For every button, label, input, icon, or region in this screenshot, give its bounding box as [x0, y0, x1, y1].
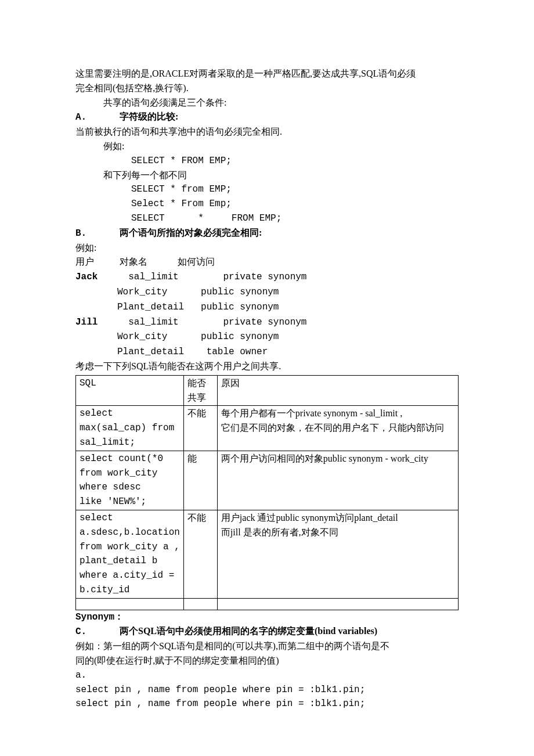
line: max(sal_cap) from	[80, 421, 180, 435]
cell-reason: 两个用户访问相同的对象public synonym - work_city	[217, 451, 458, 510]
text: Plant_detail public synonym	[117, 302, 279, 312]
line: where a.city_id =	[80, 568, 180, 583]
line: select	[80, 406, 180, 421]
text: 当前被执行的语句和共享池中的语句必须完全相同.	[75, 125, 459, 139]
cell	[217, 598, 458, 610]
text: 同的(即使在运行时,赋于不同的绑定变量相同的值)	[75, 654, 459, 668]
line: plant_detail b	[80, 554, 180, 568]
object-table-header: 用户 对象名 如何访问	[75, 255, 459, 269]
cell-sql: select a.sdesc,b.location from work_city…	[76, 510, 184, 598]
line: b.city_id	[80, 583, 180, 597]
code: select pin , name from people where pin …	[75, 683, 459, 697]
object-row: Plant_detail public synonym	[75, 300, 459, 315]
label: B.	[75, 226, 117, 241]
table-header-row: SQL 能否共享 原因	[76, 375, 459, 406]
col-obj: 对象名	[120, 255, 175, 269]
synonym-heading: Synonym：	[75, 610, 459, 625]
code: select pin , name from people where pin …	[75, 697, 459, 711]
code: SELECT * FROM EMP;	[75, 211, 459, 226]
line: 而jill 是表的所有者,对象不同	[221, 525, 454, 540]
section-c-heading: C. 两个SQL语句中必须使用相同的名字的绑定变量(bind variables…	[75, 624, 459, 639]
col-user: 用户	[75, 255, 117, 269]
cell-sql: select count(*0 from work_city where sde…	[76, 451, 184, 510]
text: 考虑一下下列SQL语句能否在这两个用户之间共享.	[75, 359, 459, 374]
text: a.	[75, 668, 459, 683]
document-body: 这里需要注明的是,ORACLE对两者采取的是一种严格匹配,要达成共享,SQL语句…	[75, 67, 459, 711]
text: Work_city public synonym	[117, 332, 279, 342]
section-b-heading: B. 两个语句所指的对象必须完全相同:	[75, 226, 459, 241]
cell-sql: select max(sal_cap) from sal_limit;	[76, 406, 184, 451]
line: where sdesc	[80, 480, 180, 495]
object-row: Work_city public synonym	[75, 285, 459, 300]
cell-share: 不能	[183, 406, 217, 451]
th-reason: 原因	[217, 375, 458, 406]
text: sal_limit private synonym	[117, 317, 306, 327]
code: Select * From Emp;	[75, 197, 459, 211]
col-how: 如何访问	[178, 257, 215, 267]
user-jill: Jill	[75, 315, 117, 330]
line: sal_limit;	[80, 435, 180, 450]
user-jack: Jack	[75, 270, 117, 285]
table-row: select count(*0 from work_city where sde…	[76, 451, 459, 510]
title: 字符级的比较:	[120, 111, 178, 121]
share-table: SQL 能否共享 原因 select max(sal_cap) from sal…	[75, 375, 459, 610]
text: Plant_detail table owner	[117, 347, 268, 357]
cell-share: 能	[183, 451, 217, 510]
line: select count(*0	[80, 452, 180, 466]
object-row: Jill sal_limit private synonym	[75, 315, 459, 330]
code: SELECT * from EMP;	[75, 182, 459, 197]
cell-reason: 用户jack 通过public synonym访问plant_detail 而j…	[217, 510, 458, 598]
title: 两个SQL语句中必须使用相同的名字的绑定变量(bind variables)	[120, 626, 377, 636]
object-row: Jack sal_limit private synonym	[75, 269, 459, 285]
label: A.	[75, 110, 117, 125]
cell-reason: 每个用户都有一个private synonym - sal_limit , 它们…	[217, 406, 458, 451]
line: like 'NEW%';	[80, 495, 180, 509]
line: 每个用户都有一个private synonym - sal_limit ,	[221, 406, 454, 421]
text: sal_limit private synonym	[117, 272, 306, 282]
text: 例如:	[75, 139, 459, 154]
table-row-empty	[76, 598, 459, 610]
title: 两个语句所指的对象必须完全相同:	[120, 228, 262, 237]
line: 用户jack 通过public synonym访问plant_detail	[221, 511, 454, 525]
object-row: Plant_detail table owner	[75, 344, 459, 359]
line: 它们是不同的对象，在不同的用户名下，只能内部访问	[221, 421, 454, 435]
line: from work_city a ,	[80, 540, 180, 555]
line: from work_city	[80, 466, 180, 481]
label: C.	[75, 625, 117, 639]
cell	[76, 598, 184, 610]
line: select	[80, 511, 180, 525]
object-row: Work_city public synonym	[75, 329, 459, 344]
line: 两个用户访问相同的对象public synonym - work_city	[221, 452, 454, 466]
paragraph: 共享的语句必须满足三个条件:	[75, 96, 459, 110]
table-row: select a.sdesc,b.location from work_city…	[76, 510, 459, 598]
section-a-heading: A. 字符级的比较:	[75, 110, 459, 125]
text: 例如:	[75, 241, 459, 255]
cell-share: 不能	[183, 510, 217, 598]
code: SELECT * FROM EMP;	[75, 154, 459, 168]
text: Work_city public synonym	[117, 287, 279, 297]
text: 和下列每一个都不同	[75, 168, 459, 183]
text: 例如：第一组的两个SQL语句是相同的(可以共享),而第二组中的两个语句是不	[75, 639, 459, 654]
table-row: select max(sal_cap) from sal_limit; 不能 每…	[76, 406, 459, 451]
th-sql: SQL	[76, 375, 184, 406]
line: a.sdesc,b.location	[80, 525, 180, 540]
paragraph: 这里需要注明的是,ORACLE对两者采取的是一种严格匹配,要达成共享,SQL语句…	[75, 67, 459, 81]
cell	[183, 598, 217, 610]
th-share: 能否共享	[183, 375, 217, 406]
paragraph: 完全相同(包括空格,换行等).	[75, 81, 459, 96]
